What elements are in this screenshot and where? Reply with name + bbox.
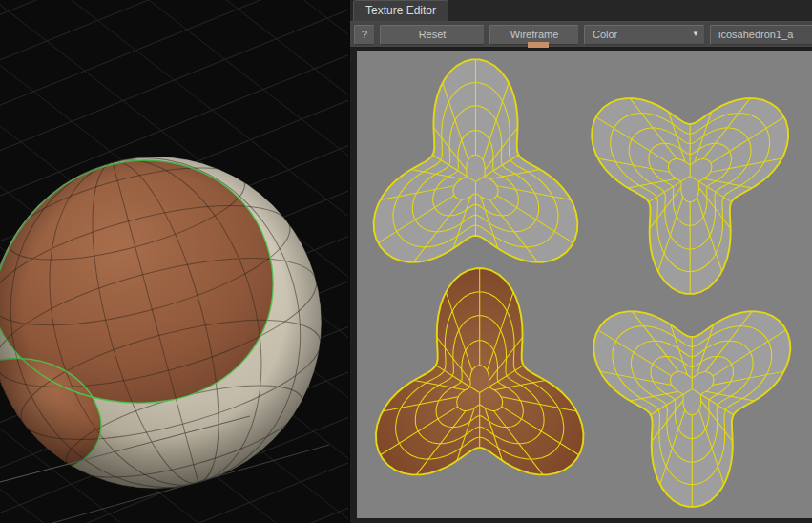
uv-shell-top-right[interactable] bbox=[592, 98, 788, 294]
uv-shell-bottom-right[interactable] bbox=[593, 311, 790, 507]
reset-button[interactable]: Reset bbox=[380, 25, 485, 45]
application-window: Texture Editor ? Reset Wireframe Color ▼… bbox=[0, 0, 812, 523]
tab-bar: Texture Editor bbox=[350, 0, 812, 22]
display-mode-value: Color bbox=[593, 30, 617, 40]
3d-viewport[interactable] bbox=[0, 0, 348, 523]
display-mode-dropdown[interactable]: Color ▼ bbox=[584, 25, 705, 45]
uv-shell-bottom-left[interactable] bbox=[376, 268, 584, 475]
uv-shell-top-left[interactable] bbox=[374, 59, 578, 262]
uv-editor-canvas[interactable] bbox=[350, 48, 812, 523]
tab-texture-editor[interactable]: Texture Editor bbox=[353, 0, 448, 21]
texture-selector-value: icosahedron1_a bbox=[718, 30, 793, 40]
3d-viewport-render bbox=[0, 0, 348, 523]
chevron-down-icon: ▼ bbox=[692, 31, 699, 38]
uv-layout-view bbox=[357, 51, 812, 518]
texture-swatch-fragment bbox=[528, 42, 549, 48]
texture-editor-panel: Texture Editor ? Reset Wireframe Color ▼… bbox=[348, 0, 812, 523]
texture-editor-toolbar: ? Reset Wireframe Color ▼ icosahedron1_a… bbox=[350, 22, 812, 48]
texture-selector-dropdown[interactable]: icosahedron1_a ▼ bbox=[710, 25, 812, 45]
sphere-shading bbox=[0, 157, 322, 489]
help-button[interactable]: ? bbox=[354, 25, 375, 45]
sphere-model[interactable] bbox=[0, 119, 348, 523]
